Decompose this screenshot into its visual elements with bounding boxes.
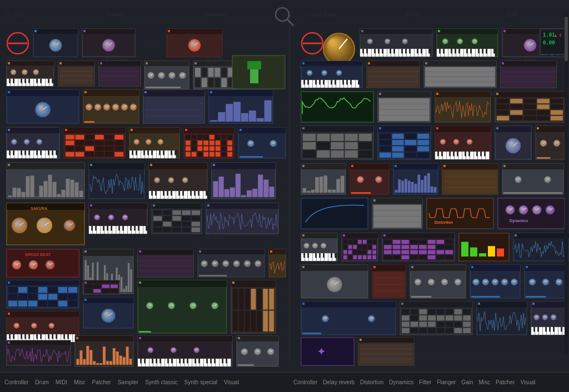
bottom-nav: ControllerDrumMIDIMiscPatcherSamplerSynt…	[0, 372, 569, 392]
scrollbar-thumb[interactable]	[565, 17, 568, 61]
nav-item-patcher-r[interactable]: Patcher	[496, 379, 515, 385]
svg-line-1	[287, 19, 293, 26]
nav-item-visual-r[interactable]: Visual	[521, 379, 536, 385]
nav-item-sampler-l[interactable]: Sampler	[118, 379, 138, 385]
nav-item-misc-r[interactable]: Misc	[478, 379, 490, 385]
nav-item-controller-r[interactable]: Controller	[293, 379, 317, 385]
nav-item-filter-r[interactable]: Filter	[419, 379, 431, 385]
nav-item-synth-classic-l[interactable]: Synth classic	[145, 379, 177, 385]
panel-separator	[289, 11, 290, 361]
nav-item-gain-r[interactable]: Gain	[461, 379, 473, 385]
nav-item-distortion-r[interactable]: Distortion	[360, 379, 383, 385]
nav-item-flanger-r[interactable]: Flanger	[437, 379, 456, 385]
nav-item-drum-l[interactable]: Drum	[35, 379, 48, 385]
right-nav: ControllerDelay reverbDistortionDynamics…	[289, 379, 569, 385]
nav-item-synth-special-l[interactable]: Synth special	[184, 379, 217, 385]
nav-item-dynamics-r[interactable]: Dynamics	[389, 379, 413, 385]
nav-item-patcher-l[interactable]: Patcher	[92, 379, 111, 385]
search-icon	[272, 4, 297, 29]
search-icon-area	[272, 4, 297, 31]
nav-item-visual-l[interactable]: Visual	[224, 379, 239, 385]
left-nav: ControllerDrumMIDIMiscPatcherSamplerSynt…	[0, 379, 280, 385]
plugin-mosaic-canvas	[0, 0, 569, 371]
main-container: ControllerDrumMIDIMiscPatcherSamplerSynt…	[0, 0, 569, 392]
nav-item-delay-reverb-r[interactable]: Delay reverb	[323, 379, 355, 385]
scrollbar[interactable]	[565, 11, 568, 355]
nav-item-controller-l[interactable]: Controller	[4, 379, 28, 385]
nav-item-misc-l[interactable]: Misc	[74, 379, 86, 385]
nav-item-midi-l[interactable]: MIDI	[56, 379, 67, 385]
